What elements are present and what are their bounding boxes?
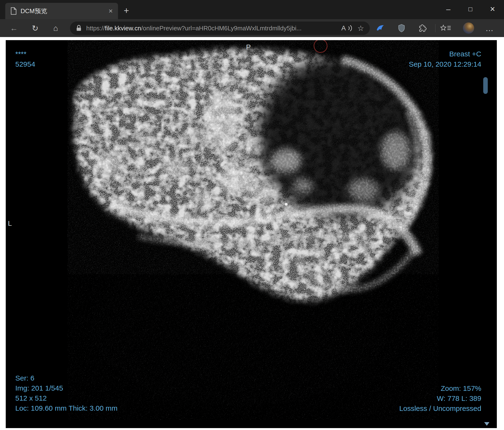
back-button[interactable]: ← <box>7 22 20 34</box>
patient-info-overlay: **** 52954 <box>15 49 35 69</box>
patient-id: 52954 <box>15 59 35 69</box>
blue-extension-icon[interactable] <box>374 22 387 34</box>
add-favorite-star-icon[interactable]: ☆ <box>357 25 364 32</box>
browser-window: DCM预览 × + – □ × ← ↻ ⌂ https://file.kkvie… <box>0 0 504 430</box>
new-tab-button[interactable]: + <box>121 5 132 16</box>
home-button[interactable]: ⌂ <box>49 22 62 34</box>
toolbar-divider <box>435 24 435 32</box>
mri-scan-svg <box>68 40 439 420</box>
patient-name: **** <box>15 49 35 59</box>
scrollbar-down-arrow-icon[interactable] <box>484 422 489 426</box>
window-minimize-button[interactable]: – <box>441 2 456 16</box>
tab-strip: DCM预览 × + – □ × <box>0 0 504 19</box>
tab-dcm-preview[interactable]: DCM预览 × <box>5 3 118 19</box>
study-datetime: Sep 10, 2020 12:29:14 <box>409 59 481 69</box>
read-aloud-icon[interactable]: A <box>341 24 352 32</box>
mri-image <box>68 40 439 420</box>
slice-location: Loc: 109.60 mm Thick: 3.00 mm <box>15 403 117 413</box>
study-description: Breast +C <box>409 49 481 59</box>
url-text: https://file.kkview.cn/onlinePreview?url… <box>86 25 336 32</box>
refresh-button[interactable]: ↻ <box>28 22 42 34</box>
series-number: Ser: 6 <box>15 373 117 383</box>
shield-extension-icon[interactable] <box>395 22 408 34</box>
page-favicon-icon <box>10 7 17 15</box>
scrollbar-thumb[interactable] <box>483 77 488 94</box>
url-path: /onlinePreview?url=aHR0cHM6Ly9maWxlLmtrd… <box>141 25 302 32</box>
orientation-left-label: L <box>8 219 12 227</box>
zoom-level: Zoom: 157% <box>399 383 481 394</box>
profile-avatar[interactable] <box>463 22 474 34</box>
address-bar[interactable]: https://file.kkview.cn/onlinePreview?url… <box>70 21 370 35</box>
display-info-overlay: Zoom: 157% W: 778 L: 389 Lossless / Unco… <box>399 383 481 413</box>
image-number: Img: 201 1/545 <box>15 383 117 393</box>
navigation-bar: ← ↻ ⌂ https://file.kkview.cn/onlinePrevi… <box>0 19 504 37</box>
series-info-overlay: Ser: 6 Img: 201 1/545 512 x 512 Loc: 109… <box>15 373 117 413</box>
window-maximize-button[interactable]: □ <box>462 2 478 16</box>
window-level: W: 778 L: 389 <box>399 394 481 403</box>
extensions-puzzle-icon[interactable] <box>417 22 429 34</box>
orientation-posterior-label: P <box>246 43 251 51</box>
tab-title: DCM预览 <box>20 7 108 15</box>
lock-icon[interactable] <box>76 25 81 32</box>
dicom-viewer[interactable]: **** 52954 P L Breast +C Sep 10, 2020 12… <box>6 40 497 428</box>
url-host: file.kkview.cn <box>105 25 141 32</box>
url-scheme: https:// <box>86 25 105 32</box>
settings-more-icon[interactable]: … <box>484 22 496 34</box>
compression-info: Lossless / Uncompressed <box>399 403 481 413</box>
matrix-size: 512 x 512 <box>15 393 117 403</box>
favorites-menu-icon[interactable] <box>440 22 452 34</box>
tab-close-icon[interactable]: × <box>108 7 113 15</box>
study-info-overlay: Breast +C Sep 10, 2020 12:29:14 <box>409 49 481 69</box>
svg-text:A: A <box>341 24 346 32</box>
window-close-button[interactable]: × <box>485 2 500 16</box>
